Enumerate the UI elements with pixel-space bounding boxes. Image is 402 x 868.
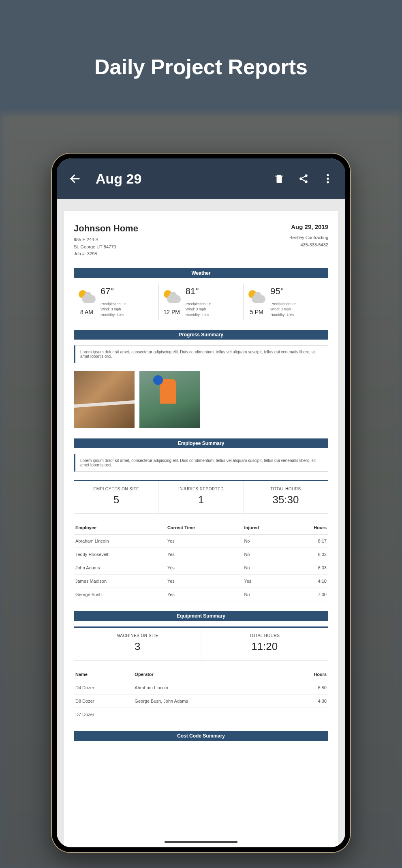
section-costcode-title: Cost Code Summary	[74, 731, 328, 741]
phone-frame: Aug 29 Johnson Home 985 E 244 S	[51, 153, 351, 853]
table-cell: Yes	[166, 575, 243, 588]
stat-label: TOTAL HOURS	[244, 487, 328, 491]
weather-card: 5 PM 95° Precipitation: 0" Wind: 3 mph H…	[244, 284, 328, 321]
report-header: Johnson Home 985 E 244 S St. George UT 8…	[74, 223, 328, 258]
client-name: Johnson Home	[74, 223, 138, 234]
table-row: George BushYesNo7:00	[74, 588, 328, 601]
svg-point-1	[305, 174, 308, 177]
header-date: Aug 29	[96, 171, 273, 187]
table-row: D8 DozerGeorge Bush, John Adams4:30	[74, 695, 328, 708]
table-cell: 4:30	[285, 695, 328, 708]
table-cell: Abraham Lincoln	[74, 534, 166, 548]
weather-row: 8 AM 67° Precipitation: 0" Wind: 3 mph H…	[74, 284, 328, 321]
report-paper: Johnson Home 985 E 244 S St. George UT 8…	[64, 211, 338, 847]
report-body[interactable]: Johnson Home 985 E 244 S St. George UT 8…	[57, 199, 345, 847]
svg-point-5	[327, 177, 329, 180]
svg-point-4	[327, 174, 329, 176]
table-row: Abraham LincolnYesNo8:17	[74, 534, 328, 548]
th-employee: Employee	[74, 521, 166, 534]
section-equipment-title: Equipment Summary	[74, 611, 328, 621]
stat-label: EMPLOYEES ON SITE	[74, 487, 158, 491]
job-number: Job #: 3298	[74, 250, 138, 258]
table-cell: ---	[133, 708, 285, 721]
stat-cell: TOTAL HOURS 35:30	[244, 481, 328, 513]
weather-card: 8 AM 67° Precipitation: 0" Wind: 3 mph H…	[74, 284, 159, 321]
arrow-left-icon	[69, 173, 81, 185]
report-date: Aug 29, 2019	[289, 223, 328, 230]
home-indicator[interactable]	[165, 841, 237, 843]
section-employee-title: Employee Summary	[74, 438, 328, 448]
table-cell: 4:10	[288, 575, 328, 588]
weather-humidity: Humidity: 10%	[270, 312, 296, 318]
table-cell: Yes	[166, 561, 243, 575]
weather-wind: Wind: 3 mph	[100, 307, 126, 312]
employee-stats: EMPLOYEES ON SITE 5 INJURIES REPORTED 1 …	[74, 480, 328, 514]
report-header-left: Johnson Home 985 E 244 S St. George UT 8…	[74, 223, 138, 258]
table-cell: D4 Dozer	[74, 681, 133, 695]
stat-value: 3	[74, 640, 201, 653]
th-injured: Injured	[242, 521, 288, 534]
weather-temp: 81°	[186, 286, 211, 297]
equipment-stats: MACHINES ON SITE 3 TOTAL HOURS 11:20	[74, 626, 328, 661]
svg-point-2	[299, 177, 302, 180]
app-header: Aug 29	[57, 158, 345, 199]
stat-value: 5	[74, 494, 158, 506]
client-city: St. George UT 84770	[74, 244, 138, 251]
weather-time: 5 PM	[250, 309, 263, 315]
phone-screen: Aug 29 Johnson Home 985 E 244 S	[57, 158, 345, 847]
stat-label: TOTAL HOURS	[201, 633, 328, 638]
weather-time: 8 AM	[80, 309, 93, 315]
employee-table: Employee Correct Time Injured Hours Abra…	[74, 521, 328, 601]
delete-button[interactable]	[273, 173, 285, 185]
share-button[interactable]	[297, 173, 310, 185]
progress-photo[interactable]	[139, 371, 200, 428]
more-button[interactable]	[322, 173, 334, 185]
weather-precip: Precipitation: 0"	[100, 301, 126, 307]
company-phone: 435-333-5432	[289, 242, 328, 249]
weather-temp: 67°	[100, 286, 126, 297]
stat-cell: EMPLOYEES ON SITE 5	[74, 481, 159, 513]
weather-precip: Precipitation: 0"	[270, 301, 296, 307]
table-cell: Yes	[166, 548, 243, 561]
table-cell: James Madison	[74, 575, 166, 588]
table-cell: 6:50	[285, 681, 328, 695]
svg-point-6	[327, 181, 329, 183]
back-button[interactable]	[68, 172, 82, 186]
weather-temp: 95°	[270, 286, 296, 297]
weather-wind: Wind: 3 mph	[270, 307, 296, 312]
table-cell: Yes	[242, 575, 288, 588]
th-correct: Correct Time	[166, 521, 243, 534]
table-row: D7 Dozer------	[74, 708, 328, 721]
weather-time: 12 PM	[163, 309, 180, 315]
weather-wind: Wind: 3 mph	[186, 307, 211, 312]
more-vertical-icon	[326, 173, 329, 184]
table-cell: D7 Dozer	[74, 708, 133, 721]
progress-note: Lorem ipsum dolor sit amet, consectetur …	[74, 345, 328, 363]
weather-icon	[78, 289, 96, 305]
table-cell: George Bush	[74, 588, 166, 601]
table-cell: 7:00	[288, 588, 328, 601]
stat-cell: INJURIES REPORTED 1	[159, 481, 244, 513]
th-hours: Hours	[285, 668, 328, 681]
section-weather-title: Weather	[74, 268, 328, 278]
table-cell: No	[242, 548, 288, 561]
svg-point-3	[305, 180, 308, 183]
progress-photo[interactable]	[74, 371, 135, 428]
table-cell: George Bush, John Adams	[133, 695, 285, 708]
report-header-right: Aug 29, 2019 Bentley Contracting 435-333…	[289, 223, 328, 258]
table-cell: No	[242, 588, 288, 601]
table-cell: John Adams	[74, 561, 166, 575]
weather-icon	[163, 289, 181, 305]
table-cell: Yes	[166, 588, 243, 601]
company-name: Bentley Contracting	[289, 234, 328, 242]
table-row: John AdamsYesNo8:03	[74, 561, 328, 575]
table-cell: No	[242, 534, 288, 548]
table-cell: ---	[285, 708, 328, 721]
weather-humidity: Humidity: 10%	[100, 312, 126, 318]
client-address: 985 E 244 S	[74, 236, 138, 244]
equipment-table: Name Operator Hours D4 DozerAbraham Linc…	[74, 668, 328, 721]
weather-card: 12 PM 81° Precipitation: 0" Wind: 3 mph …	[159, 284, 244, 321]
th-hours: Hours	[288, 521, 328, 534]
table-cell: Abraham Lincoln	[133, 681, 285, 695]
table-row: James MadisonYesYes4:10	[74, 575, 328, 588]
